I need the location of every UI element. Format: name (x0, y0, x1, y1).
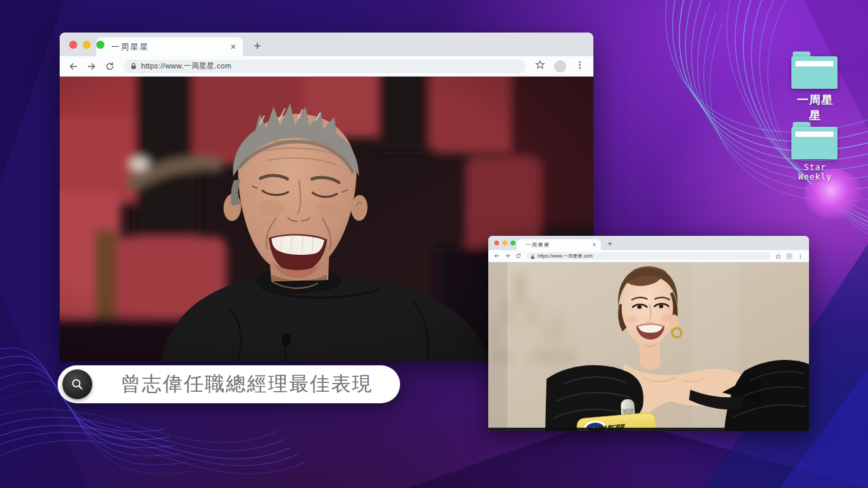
browser-menu-icon[interactable] (575, 60, 585, 73)
lock-icon (130, 60, 137, 73)
new-tab-button[interactable]: + (608, 238, 612, 250)
lock-icon (530, 250, 535, 262)
browser-toolbar: https://www.一周星星.com (60, 56, 593, 77)
tab-title: 一周星星 (103, 41, 231, 53)
profile-avatar[interactable] (554, 60, 566, 73)
video-player-woman-interview[interactable]: 娛樂新聞 (488, 262, 809, 431)
forward-icon[interactable] (505, 253, 511, 259)
tab-strip: 一周星星 × + (488, 236, 809, 250)
url-text: https://www.一周星星.com (141, 61, 231, 71)
search-bar[interactable]: 曾志偉任職總經理最佳表現 (58, 365, 400, 403)
close-window-button[interactable] (69, 41, 77, 49)
browser-menu-icon[interactable] (797, 250, 804, 262)
folder-icon (793, 52, 810, 56)
zoom-window-button[interactable] (96, 41, 104, 49)
search-query-text: 曾志偉任職總經理最佳表現 (121, 371, 373, 398)
browser-toolbar: https://www.一周星星.com (488, 250, 809, 262)
browser-tab[interactable]: 一周星星 × (96, 37, 243, 56)
tab-strip: 一周星星 × + (60, 33, 593, 56)
reload-icon[interactable] (515, 253, 521, 259)
bookmark-star-icon[interactable] (535, 60, 545, 73)
reload-icon[interactable] (105, 62, 115, 71)
video-frame-woman: 娛樂新聞 (488, 262, 809, 431)
browser-window-small: 一周星星 × + https://www.一周星星.com (488, 236, 809, 430)
window-controls (494, 241, 515, 245)
back-icon[interactable] (68, 62, 78, 71)
browser-tab[interactable]: 一周星星 × (517, 239, 601, 250)
url-text: https://www.一周星星.com (538, 253, 593, 260)
folder-icon (793, 122, 810, 127)
bookmark-star-icon[interactable] (775, 250, 781, 262)
desktop-folder-star-weekly[interactable]: Star Weekly (791, 122, 839, 182)
profile-avatar[interactable] (786, 253, 793, 260)
minimize-window-button[interactable] (502, 241, 507, 245)
address-bar[interactable]: https://www.一周星星.com (526, 252, 770, 260)
tab-close-icon[interactable]: × (231, 41, 236, 52)
search-button[interactable] (62, 369, 92, 399)
address-bar[interactable]: https://www.一周星星.com (123, 60, 526, 73)
new-tab-button[interactable]: + (254, 36, 261, 56)
close-window-button[interactable] (494, 241, 499, 245)
search-icon (70, 377, 85, 392)
back-icon[interactable] (494, 253, 500, 259)
forward-icon[interactable] (87, 62, 96, 71)
minimize-window-button[interactable] (83, 41, 91, 49)
folder-label: Star Weekly (791, 163, 839, 182)
window-controls (69, 41, 104, 49)
zoom-window-button[interactable] (511, 241, 515, 245)
tab-title: 一周星星 (521, 241, 593, 249)
folder-label: 一周星星 (791, 92, 839, 123)
tab-close-icon[interactable]: × (593, 241, 596, 248)
desktop-folder-week-star[interactable]: 一周星星 (791, 52, 839, 123)
